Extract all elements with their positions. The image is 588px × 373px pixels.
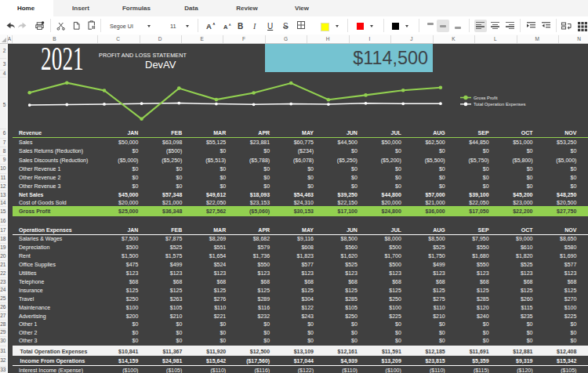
svg-text:Gross Profit: Gross Profit <box>474 96 498 100</box>
svg-text:Total Operation Expenses: Total Operation Expenses <box>474 102 525 107</box>
